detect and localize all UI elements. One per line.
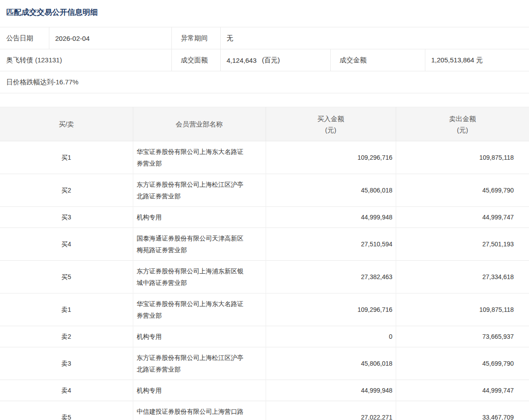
col-header-member: 会员营业部名称	[133, 107, 266, 141]
member-name-cell: 华宝证券股份有限公司上海东大名路证券营业部	[133, 293, 266, 326]
side-cell: 卖4	[0, 380, 133, 401]
side-cell: 卖3	[0, 347, 133, 380]
price-change-note: 日价格跌幅达到-16.77%	[0, 71, 529, 93]
side-cell: 买4	[0, 228, 133, 261]
summary-row-note: 日价格跌幅达到-16.77%	[0, 71, 529, 93]
buy-amount-cell: 27,510,594	[266, 228, 396, 261]
member-name-cell: 东方证券股份有限公司上海松江区沪亭北路证券营业部	[133, 174, 266, 207]
sell-amount-cell: 27,334,618	[396, 261, 529, 293]
summary-panel: 公告日期 2026-02-04 异常期间 无 奥飞转债 (123131) 成交面…	[0, 27, 529, 93]
buy-amount-cell: 27,382,463	[266, 261, 396, 293]
side-cell: 买1	[0, 141, 133, 174]
member-name-cell: 东方证券股份有限公司上海浦东新区银城中路证券营业部	[133, 261, 266, 293]
sell-amount-cell: 44,999,747	[396, 380, 529, 401]
face-value-number: 4,124,643	[227, 57, 257, 64]
member-name-cell: 机构专用	[133, 207, 266, 228]
table-row: 买3 机构专用 44,999,948 44,999,747	[0, 207, 529, 228]
turnover-value: 1,205,513,864 元	[425, 49, 529, 71]
side-cell: 买2	[0, 174, 133, 207]
table-row: 卖5 中信建投证券股份有限公司上海营口路证券营业部 27,022,271 33,…	[0, 401, 529, 420]
announce-date-value: 2026-02-04	[49, 27, 172, 49]
side-cell: 买5	[0, 261, 133, 293]
member-name-cell: 国泰海通证券股份有限公司天津高新区梅苑路证券营业部	[133, 228, 266, 261]
table-row: 卖4 机构专用 44,999,948 44,999,747	[0, 380, 529, 401]
member-name-cell: 机构专用	[133, 326, 266, 347]
sell-amount-cell: 45,699,790	[396, 174, 529, 207]
abnormal-period-label: 异常期间	[172, 27, 221, 49]
table-row: 买4 国泰海通证券股份有限公司天津高新区梅苑路证券营业部 27,510,594 …	[0, 228, 529, 261]
table-row: 买2 东方证券股份有限公司上海松江区沪亭北路证券营业部 45,806,018 4…	[0, 174, 529, 207]
sell-amount-cell: 27,501,193	[396, 228, 529, 261]
face-value-unit: (百元)	[262, 56, 280, 65]
spacer	[0, 93, 529, 107]
face-value-label: 成交面额	[172, 49, 221, 71]
col-header-buy-amount: 买入金额(元)	[266, 107, 396, 141]
buy-amount-cell: 44,999,948	[266, 207, 396, 228]
buy-amount-cell: 45,806,018	[266, 174, 396, 207]
buy-amount-cell: 44,999,948	[266, 380, 396, 401]
security-name: 奥飞转债 (123131)	[0, 49, 172, 71]
side-cell: 买3	[0, 207, 133, 228]
table-header-row: 买/卖 会员营业部名称 买入金额(元) 卖出金额(元)	[0, 107, 529, 141]
member-name-cell: 机构专用	[133, 380, 266, 401]
buy-amount-cell: 27,022,271	[266, 401, 396, 420]
member-name-cell: 华宝证券股份有限公司上海东大名路证券营业部	[133, 141, 266, 174]
buy-amount-cell: 109,296,716	[266, 293, 396, 326]
buy-amount-cell: 45,806,018	[266, 347, 396, 380]
sell-amount-cell: 73,665,937	[396, 326, 529, 347]
abnormal-period-value: 无	[221, 27, 529, 49]
sell-amount-cell: 44,999,747	[396, 207, 529, 228]
turnover-label: 成交金额	[331, 49, 425, 71]
member-name-cell: 东方证券股份有限公司上海松江区沪亭北路证券营业部	[133, 347, 266, 380]
announce-date-label: 公告日期	[0, 27, 49, 49]
side-cell: 卖5	[0, 401, 133, 420]
sell-amount-cell: 109,875,118	[396, 293, 529, 326]
table-row: 卖2 机构专用 0 73,665,937	[0, 326, 529, 347]
sell-amount-cell: 45,699,790	[396, 347, 529, 380]
col-header-sell-amount: 卖出金额(元)	[396, 107, 529, 141]
buy-amount-cell: 109,296,716	[266, 141, 396, 174]
face-value-value: 4,124,643 (百元)	[221, 49, 331, 71]
sell-amount-cell: 109,875,118	[396, 141, 529, 174]
summary-row-date: 公告日期 2026-02-04 异常期间 无	[0, 27, 529, 49]
side-cell: 卖2	[0, 326, 133, 347]
table-row: 买5 东方证券股份有限公司上海浦东新区银城中路证券营业部 27,382,463 …	[0, 261, 529, 293]
page-title: 匹配成交交易公开信息明细	[0, 0, 529, 27]
summary-row-security: 奥飞转债 (123131) 成交面额 4,124,643 (百元) 成交金额 1…	[0, 49, 529, 71]
side-cell: 卖1	[0, 293, 133, 326]
col-header-side: 买/卖	[0, 107, 133, 141]
sell-amount-cell: 33,467,709	[396, 401, 529, 420]
table-row: 卖1 华宝证券股份有限公司上海东大名路证券营业部 109,296,716 109…	[0, 293, 529, 326]
table-row: 买1 华宝证券股份有限公司上海东大名路证券营业部 109,296,716 109…	[0, 141, 529, 174]
table-row: 卖3 东方证券股份有限公司上海松江区沪亭北路证券营业部 45,806,018 4…	[0, 347, 529, 380]
buy-amount-cell: 0	[266, 326, 396, 347]
member-branch-table: 买/卖 会员营业部名称 买入金额(元) 卖出金额(元) 买1 华宝证券股份有限公…	[0, 107, 529, 420]
member-name-cell: 中信建投证券股份有限公司上海营口路证券营业部	[133, 401, 266, 420]
